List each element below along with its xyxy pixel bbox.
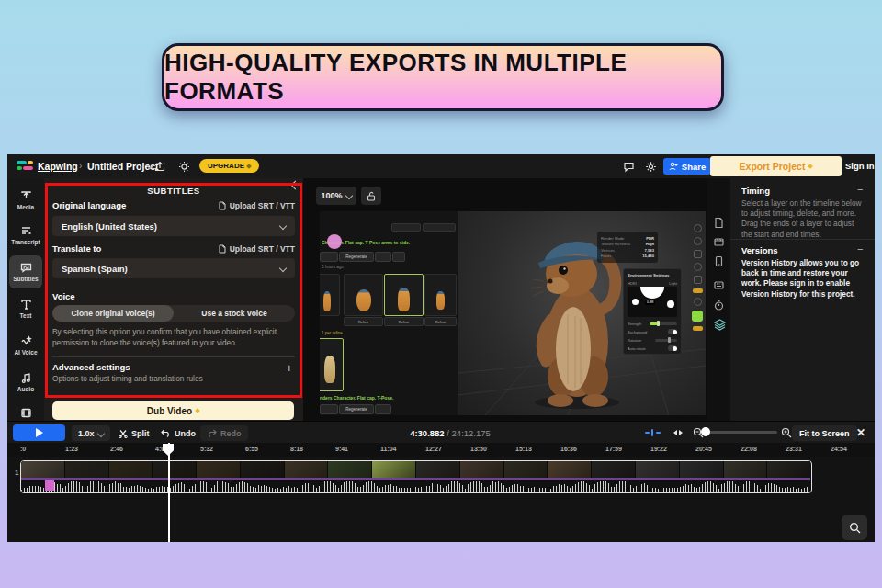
track-thumbnail[interactable] bbox=[285, 461, 328, 478]
timeline-zoom-slider[interactable] bbox=[704, 431, 777, 434]
ruler-label: 1:23 bbox=[65, 446, 78, 452]
clone-voice-option[interactable]: Clone original voice(s) bbox=[52, 305, 174, 322]
page: HIGH-QUALITY EXPORTS IN MULTIPLE FORMATS… bbox=[0, 0, 882, 588]
split-button[interactable]: Split bbox=[112, 425, 156, 441]
character-thumbnail bbox=[424, 274, 457, 316]
video-timestamp: 5 hours ago bbox=[322, 265, 344, 269]
expand-plus-icon[interactable]: + bbox=[286, 364, 293, 373]
sidebar-item-transcript[interactable]: Transcript bbox=[9, 219, 42, 252]
timing-section-body: Select a layer on the timeline below to … bbox=[741, 198, 865, 240]
ruler-label: 5:32 bbox=[200, 446, 213, 452]
refine-button: Refine bbox=[424, 317, 457, 326]
collapse-minus-icon[interactable]: − bbox=[857, 186, 863, 193]
page-icon[interactable] bbox=[713, 217, 725, 229]
play-icon bbox=[36, 428, 43, 437]
canvas-zoom-select[interactable]: 100% bbox=[316, 187, 356, 205]
active-tool-button bbox=[692, 311, 703, 322]
track-thumbnail[interactable] bbox=[241, 461, 284, 478]
video-regenerate-button: Regenerate bbox=[339, 404, 374, 414]
play-button[interactable] bbox=[13, 424, 65, 441]
rotation-slider[interactable] bbox=[655, 339, 677, 342]
sidebar-item-audio[interactable]: Audio bbox=[9, 366, 42, 399]
stock-voice-option[interactable]: Use a stock voice bbox=[174, 305, 295, 322]
chevron-down-icon bbox=[279, 265, 287, 272]
trim-icon[interactable] bbox=[645, 429, 663, 436]
fit-clip-icon[interactable] bbox=[671, 428, 685, 437]
undo-button[interactable]: Undo bbox=[154, 425, 202, 441]
track-thumbnail[interactable] bbox=[109, 461, 153, 478]
dub-video-button[interactable]: Dub Video bbox=[52, 401, 294, 420]
ruler-label: 15:13 bbox=[515, 446, 532, 452]
timeline-tracks: 1 bbox=[7, 457, 875, 542]
subtitle-segment[interactable] bbox=[45, 480, 54, 491]
collapse-minus-icon[interactable]: − bbox=[857, 245, 863, 253]
sparkle-icon bbox=[246, 164, 252, 169]
timer-icon[interactable] bbox=[713, 300, 725, 311]
phone-icon[interactable] bbox=[713, 255, 725, 267]
track-thumbnail[interactable] bbox=[460, 461, 503, 478]
share-button[interactable]: Share bbox=[663, 158, 711, 175]
track-thumbnail[interactable] bbox=[724, 461, 767, 478]
comments-icon[interactable] bbox=[621, 159, 636, 174]
video-controls-pill bbox=[423, 223, 456, 232]
grid-icon[interactable] bbox=[713, 279, 725, 291]
upload-srt-link-original[interactable]: Upload SRT / VTT bbox=[219, 201, 295, 210]
track-thumbnail[interactable] bbox=[767, 461, 810, 478]
track-thumbnail[interactable] bbox=[548, 461, 591, 478]
track-thumbnail[interactable] bbox=[328, 461, 371, 478]
render-stats-panel: Render ModePBR Texture RichnessHigh Vert… bbox=[597, 232, 658, 263]
track-thumbnail[interactable] bbox=[153, 461, 196, 478]
video-track[interactable] bbox=[20, 460, 812, 493]
layers-icon[interactable] bbox=[713, 318, 727, 332]
video-frame[interactable]: Character. Flat cap. T-Pose arms to side… bbox=[320, 211, 706, 415]
zoom-slider-knob[interactable] bbox=[701, 427, 710, 436]
track-thumbnail[interactable] bbox=[592, 461, 635, 478]
redo-button[interactable]: Redo bbox=[200, 425, 248, 441]
person-plus-icon bbox=[669, 162, 678, 171]
export-project-button[interactable]: Export Project bbox=[710, 156, 842, 176]
sidebar-item-media[interactable]: Media bbox=[9, 184, 42, 217]
strength-slider[interactable] bbox=[650, 322, 677, 325]
unlock-icon bbox=[367, 191, 376, 201]
track-thumbnail[interactable] bbox=[197, 461, 240, 478]
upload-icon[interactable] bbox=[153, 159, 167, 174]
advanced-settings-label[interactable]: Advanced settings bbox=[52, 362, 130, 372]
playhead-line[interactable] bbox=[168, 443, 170, 542]
track-thumbnail[interactable] bbox=[504, 461, 548, 478]
upgrade-button[interactable]: UPGRADE bbox=[199, 159, 259, 173]
lock-button[interactable] bbox=[361, 187, 381, 205]
brand-link[interactable]: Kapwing bbox=[38, 161, 78, 172]
original-language-select[interactable]: English (United States) bbox=[52, 216, 295, 236]
sparkle-icon bbox=[195, 408, 200, 413]
timeline-search-button[interactable] bbox=[842, 514, 867, 540]
zoom-in-icon[interactable] bbox=[781, 427, 792, 438]
film-icon bbox=[20, 407, 32, 419]
sidebar-item-text[interactable]: Text bbox=[9, 292, 42, 325]
upload-srt-link-translate[interactable]: Upload SRT / VTT bbox=[219, 244, 295, 254]
track-thumbnail[interactable] bbox=[372, 461, 415, 478]
lamp-icon[interactable] bbox=[176, 159, 191, 174]
video-pager-pill bbox=[391, 223, 421, 232]
sign-in-button[interactable]: Sign In bbox=[845, 161, 875, 171]
track-thumbnail[interactable] bbox=[416, 461, 459, 478]
translate-language-select[interactable]: Spanish (Spain) bbox=[52, 258, 295, 278]
sidebar-item-subtitles[interactable]: Subtitles bbox=[9, 255, 42, 288]
kapwing-logo-icon[interactable] bbox=[17, 161, 33, 172]
background-toggle[interactable] bbox=[668, 329, 677, 334]
track-thumbnail[interactable] bbox=[21, 461, 64, 478]
ruler-label: :0 bbox=[20, 446, 26, 452]
playback-speed-button[interactable]: 1.0x bbox=[72, 425, 110, 441]
fit-to-screen-button[interactable]: Fit to Screen bbox=[792, 425, 857, 441]
sidebar-item-ai-voice[interactable]: AI Voice bbox=[9, 329, 42, 362]
settings-gear-icon[interactable] bbox=[643, 159, 658, 174]
track-thumbnail[interactable] bbox=[680, 461, 723, 478]
track-thumbnail[interactable] bbox=[65, 461, 108, 478]
promo-banner-text: HIGH-QUALITY EXPORTS IN MULTIPLE FORMATS bbox=[164, 49, 721, 106]
auto-rotate-toggle[interactable] bbox=[668, 345, 677, 351]
divider bbox=[52, 356, 295, 357]
promo-banner: HIGH-QUALITY EXPORTS IN MULTIPLE FORMATS bbox=[162, 43, 724, 111]
track-thumbnail[interactable] bbox=[636, 461, 679, 478]
timeline-ruler[interactable]: :01:232:464:095:326:558:189:4111:0412:27… bbox=[7, 443, 875, 457]
close-icon[interactable]: ✕ bbox=[856, 426, 865, 439]
scenes-icon[interactable] bbox=[713, 236, 725, 248]
